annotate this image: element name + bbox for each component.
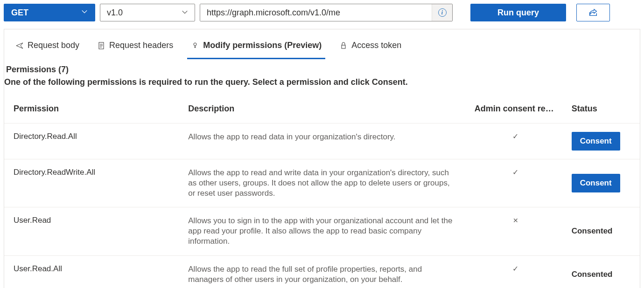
permission-status: Consented xyxy=(562,255,640,288)
chevron-down-icon xyxy=(182,9,188,17)
tab-modify-permissions[interactable]: Modify permissions (Preview) xyxy=(190,34,322,59)
check-icon: ✓ xyxy=(512,265,518,273)
share-button[interactable] xyxy=(576,4,610,21)
permission-description: Allows the app to read and write data in… xyxy=(179,159,465,207)
table-row: User.ReadAllows you to sign in to the ap… xyxy=(4,207,640,255)
tab-label: Access token xyxy=(351,41,401,50)
http-method-value: GET xyxy=(11,8,28,18)
admin-consent-required: ✓ xyxy=(465,159,562,207)
document-icon xyxy=(97,41,105,50)
permission-name: Directory.Read.All xyxy=(4,123,179,159)
admin-consent-required: ✕ xyxy=(465,207,562,255)
permissions-title: Permissions (7) xyxy=(4,65,640,75)
consent-button[interactable]: Consent xyxy=(572,132,620,151)
api-version-value: v1.0 xyxy=(107,8,123,18)
permission-name: User.Read.All xyxy=(4,255,179,288)
svg-point-1 xyxy=(194,43,196,46)
permission-name: Directory.ReadWrite.All xyxy=(4,159,179,207)
chevron-down-icon xyxy=(81,8,88,17)
tab-label: Request body xyxy=(28,41,79,50)
send-icon xyxy=(15,41,24,50)
table-row: User.Read.AllAllows the app to read the … xyxy=(4,255,640,288)
col-header-permission[interactable]: Permission xyxy=(4,98,179,123)
tab-request-headers[interactable]: Request headers xyxy=(96,34,174,59)
check-icon: ✓ xyxy=(512,132,518,140)
permissions-table: Permission Description Admin consent req… xyxy=(4,98,640,288)
http-method-select[interactable]: GET xyxy=(4,4,95,21)
col-header-description[interactable]: Description xyxy=(179,98,465,123)
check-icon: ✓ xyxy=(512,168,518,176)
url-info-button[interactable]: i xyxy=(432,4,452,21)
tabs: Request body Request headers Modify perm… xyxy=(4,29,640,59)
x-icon: ✕ xyxy=(513,217,518,224)
main-panel: Request body Request headers Modify perm… xyxy=(4,29,640,288)
url-input-container: i xyxy=(200,4,453,21)
url-input[interactable] xyxy=(200,4,432,21)
permission-status: Consented xyxy=(562,207,640,255)
col-header-status[interactable]: Status xyxy=(562,98,640,123)
table-row: Directory.ReadWrite.AllAllows the app to… xyxy=(4,159,640,207)
permission-description: Allows the app to read data in your orga… xyxy=(179,123,465,159)
run-query-button[interactable]: Run query xyxy=(470,4,566,21)
consent-button[interactable]: Consent xyxy=(572,174,620,192)
permission-description: Allows the app to read the full set of p… xyxy=(179,255,465,288)
permission-status: Consent xyxy=(562,159,640,207)
permission-description: Allows you to sign in to the app with yo… xyxy=(179,207,465,255)
tab-access-token[interactable]: Access token xyxy=(338,34,402,59)
permission-name: User.Read xyxy=(4,207,179,255)
share-icon xyxy=(588,7,598,18)
admin-consent-required: ✓ xyxy=(465,255,562,288)
api-version-select[interactable]: v1.0 xyxy=(100,4,195,21)
tab-request-body[interactable]: Request body xyxy=(14,34,80,59)
col-header-admin[interactable]: Admin consent requir… xyxy=(465,98,562,123)
permissions-header: Permissions (7) One of the following per… xyxy=(4,59,640,90)
svg-rect-2 xyxy=(342,45,345,48)
permissions-icon xyxy=(191,41,199,50)
tab-label: Request headers xyxy=(109,41,173,50)
admin-consent-required: ✓ xyxy=(465,123,562,159)
table-row: Directory.Read.AllAllows the app to read… xyxy=(4,123,640,159)
info-icon: i xyxy=(438,8,447,17)
lock-icon xyxy=(339,41,348,50)
tab-label: Modify permissions (Preview) xyxy=(203,41,322,50)
permission-status: Consent xyxy=(562,123,640,159)
query-bar: GET v1.0 i Run query xyxy=(0,0,644,25)
permissions-description: One of the following permissions is requ… xyxy=(4,77,640,87)
